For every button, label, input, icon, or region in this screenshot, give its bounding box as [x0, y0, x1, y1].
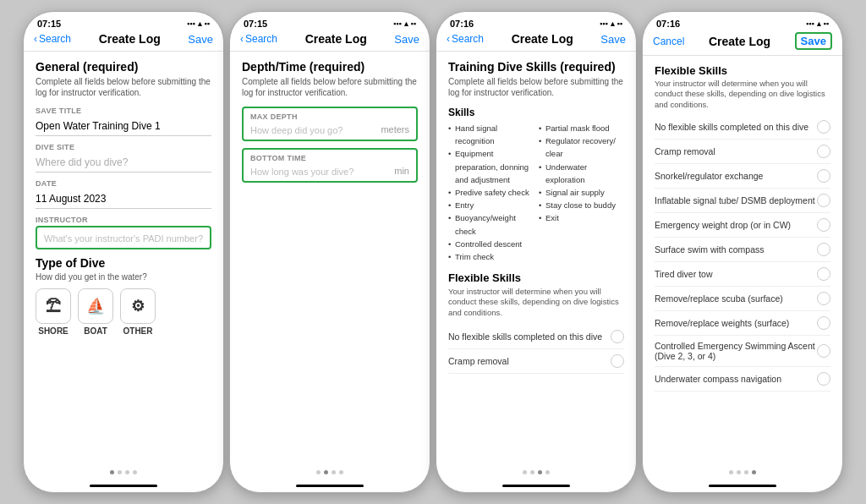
nav-title-2: Create Log — [305, 32, 367, 46]
home-indicator-2 — [230, 481, 430, 492]
dive-option-other[interactable]: ⚙ OTHER — [120, 288, 156, 336]
skill-none-label: No flexible skills completed on this div… — [448, 331, 602, 342]
home-indicator-4 — [643, 481, 842, 492]
flex-skill-row-2[interactable]: Snorkel/regulator exchange — [655, 164, 830, 189]
boat-icon: ⛵ — [78, 288, 113, 324]
flex-radio-1[interactable] — [817, 145, 830, 158]
radio-cramp[interactable] — [611, 354, 624, 368]
chevron-left-icon-3: ‹ — [447, 33, 450, 45]
home-bar-4 — [709, 485, 776, 487]
nav-title-4: Create Log — [709, 35, 770, 48]
screen-1: 07:15 ▪▪▪ ▴ ▪▪ ‹ Search Create Log Save … — [23, 11, 224, 493]
status-bar-2: 07:15 ▪▪▪ ▴ ▪▪ — [230, 12, 430, 30]
flex-skill-label-5: Surface swim with compass — [655, 244, 765, 255]
skill-item: Regulator recovery/ clear — [539, 134, 624, 160]
status-bar-4: 07:16 ▪▪▪ ▴ ▪▪ — [643, 12, 842, 30]
flex-radio-3[interactable] — [817, 194, 830, 207]
skill-item: Controlled descent — [448, 238, 534, 250]
max-depth-placeholder: How deep did you go? — [250, 125, 343, 135]
battery-icon-1: ▪▪ — [205, 19, 210, 28]
status-icons-2: ▪▪▪ ▴ ▪▪ — [393, 19, 416, 28]
page-dots-2 — [230, 463, 430, 481]
flex-skill-label-10: Underwater compass navigation — [655, 374, 781, 384]
skill-item: Trim check — [448, 250, 534, 263]
dot-2-1 — [316, 470, 321, 474]
skill-row-cramp[interactable]: Cramp removal — [448, 349, 624, 374]
flex-skill-label-0: No flexible skills completed on this div… — [655, 122, 808, 132]
save-button-2[interactable]: Save — [394, 33, 419, 46]
flex-radio-8[interactable] — [817, 316, 830, 330]
field-save-title[interactable]: Open Water Training Dive 1 — [36, 117, 211, 136]
nav-bar-3: ‹ Search Create Log Save — [436, 30, 636, 52]
skills-col-right: Partial mask flood Regulator recovery/ c… — [539, 122, 624, 263]
back-button-3[interactable]: ‹ Search — [447, 33, 484, 45]
skill-row-none[interactable]: No flexible skills completed on this div… — [448, 325, 624, 349]
cancel-button-4[interactable]: Cancel — [653, 36, 684, 47]
flexible-skills-desc-3: Your instructor will determine when you … — [448, 287, 624, 318]
skill-item: Buoyancy/weight check — [448, 211, 534, 237]
field-instructor[interactable]: What's your instructor's PADI number? — [36, 226, 211, 249]
flex-radio-2[interactable] — [817, 169, 830, 183]
skills-col-left: Hand signal recognition Equipment prepar… — [448, 122, 534, 263]
home-bar-2 — [296, 485, 364, 487]
skill-item: Entry — [448, 199, 534, 211]
dot-2-3 — [332, 470, 336, 474]
dot-4-3 — [744, 470, 748, 474]
flex-radio-5[interactable] — [817, 243, 830, 256]
flex-skill-row-9[interactable]: Controlled Emergency Swimming Ascent (Di… — [655, 336, 830, 367]
flex-skill-row-3[interactable]: Inflatable signal tube/ DSMB deployment — [655, 189, 830, 213]
field-label-save-title: SAVE TITLE — [36, 107, 211, 115]
dot-1-1 — [110, 470, 114, 474]
back-button-1[interactable]: ‹ Search — [34, 33, 71, 45]
status-bar-1: 07:15 ▪▪▪ ▴ ▪▪ — [24, 12, 223, 30]
flex-radio-0[interactable] — [817, 120, 830, 134]
skills-list: Hand signal recognition Equipment prepar… — [448, 122, 624, 263]
flex-skill-row-0[interactable]: No flexible skills completed on this div… — [655, 115, 830, 140]
flex-skill-row-7[interactable]: Remove/replace scuba (surface) — [655, 287, 830, 311]
other-label: OTHER — [123, 326, 153, 336]
flex-radio-10[interactable] — [817, 372, 830, 386]
skills-heading: Skills — [448, 107, 624, 118]
screen-4: 07:16 ▪▪▪ ▴ ▪▪ Cancel Create Log Save Fl… — [642, 11, 843, 493]
flex-radio-7[interactable] — [817, 292, 830, 305]
flex-skill-row-8[interactable]: Remove/replace weights (surface) — [655, 311, 830, 336]
battery-icon-3: ▪▪ — [617, 19, 622, 28]
back-button-2[interactable]: ‹ Search — [240, 33, 277, 45]
section-subtitle-2: Complete all fields below before submitt… — [242, 76, 418, 98]
field-bottom-time[interactable]: BOTTOM TIME How long was your dive? min — [242, 148, 418, 183]
status-icons-3: ▪▪▪ ▴ ▪▪ — [600, 19, 622, 28]
flex-skill-row-10[interactable]: Underwater compass navigation — [655, 367, 830, 392]
save-button-1[interactable]: Save — [188, 33, 213, 46]
page-dots-3 — [436, 463, 636, 481]
flex-skill-row-6[interactable]: Tired diver tow — [655, 262, 830, 287]
dot-4-2 — [737, 470, 741, 474]
dive-option-boat[interactable]: ⛵ BOAT — [78, 288, 113, 336]
field-dive-site[interactable]: Where did you dive? — [36, 153, 211, 173]
dot-3-1 — [523, 470, 527, 474]
save-button-4[interactable]: Save — [795, 32, 832, 50]
wifi-icon-3: ▴ — [611, 19, 615, 28]
skill-item: Equipment preparation, donning and adjus… — [448, 147, 534, 186]
field-label-dive-site: DIVE SITE — [36, 143, 211, 151]
radio-none[interactable] — [611, 330, 624, 343]
time-1: 07:15 — [37, 19, 61, 29]
flex-radio-9[interactable] — [817, 344, 830, 358]
field-date[interactable]: 11 August 2023 — [36, 189, 211, 209]
flex-radio-4[interactable] — [817, 218, 830, 232]
save-button-3[interactable]: Save — [600, 33, 626, 46]
nav-bar-2: ‹ Search Create Log Save — [230, 30, 430, 52]
flex-skill-label-6: Tired diver tow — [655, 269, 712, 279]
field-max-depth[interactable]: MAX DEPTH How deep did you go? meters — [242, 107, 418, 141]
flex-skill-row-5[interactable]: Surface swim with compass — [655, 238, 830, 262]
dot-1-3 — [125, 470, 129, 474]
flex-radio-6[interactable] — [817, 267, 830, 281]
flex-skill-row-1[interactable]: Cramp removal — [655, 140, 830, 164]
screen-3: 07:16 ▪▪▪ ▴ ▪▪ ‹ Search Create Log Save … — [436, 11, 637, 493]
dive-option-shore[interactable]: ⛱ SHORE — [36, 288, 71, 336]
page-dots-4 — [643, 463, 842, 481]
shore-icon: ⛱ — [36, 288, 71, 324]
flex-skill-row-4[interactable]: Emergency weight drop (or in CW) — [655, 213, 830, 238]
flexible-skills-heading-3: Flexible Skills — [448, 271, 624, 284]
skill-item: Signal air supply — [539, 186, 624, 199]
screen-content-2: Depth/Time (required) Complete all field… — [230, 52, 430, 463]
